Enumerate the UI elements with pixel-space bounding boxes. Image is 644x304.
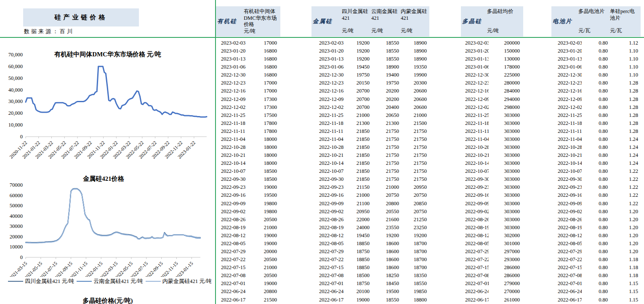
cell-value[interactable]: 20500 bbox=[258, 272, 280, 280]
cell-value[interactable]: 18700 bbox=[402, 256, 429, 264]
cell-value[interactable]: 19450 bbox=[345, 232, 372, 240]
cell-value[interactable]: 18550 bbox=[372, 39, 402, 47]
cell-value[interactable]: 18000 bbox=[258, 143, 280, 151]
metal421-price-chart[interactable]: 0100002000030000400005000060000700002021… bbox=[3, 168, 213, 294]
cell-value[interactable]: 17800 bbox=[258, 119, 280, 127]
cell-value[interactable]: 21500 bbox=[258, 296, 280, 304]
cell-date[interactable]: 2022-12-30 bbox=[461, 71, 489, 79]
cell-value[interactable]: 1.20 bbox=[610, 232, 641, 240]
cell-value[interactable]: 1.24 bbox=[610, 143, 641, 151]
cell-date[interactable]: 2023-01-20 bbox=[461, 47, 489, 55]
cell-value[interactable]: 0.80 bbox=[582, 216, 610, 224]
cell-date[interactable]: 2022-11-04 bbox=[216, 135, 258, 143]
cell-date[interactable]: 2022-12-30 bbox=[216, 71, 258, 79]
cell-value[interactable]: 1.18 bbox=[610, 272, 641, 280]
cell-date[interactable]: 2022-06-17 bbox=[461, 296, 489, 304]
cell-date[interactable]: 2023-01-13 bbox=[461, 55, 489, 63]
cell-value[interactable]: 21850 bbox=[345, 135, 372, 143]
cell-date[interactable]: 2022-12-09 bbox=[551, 95, 582, 103]
cell-value[interactable]: 303000 bbox=[489, 224, 523, 232]
cell-date[interactable]: 2022-06-24 bbox=[216, 288, 258, 296]
cell-value[interactable]: 18000 bbox=[258, 151, 280, 159]
cell-value[interactable]: 1.18 bbox=[610, 256, 641, 264]
cell-value[interactable]: 18250 bbox=[372, 272, 402, 280]
cell-value[interactable]: 20300 bbox=[402, 79, 429, 87]
cell-date[interactable]: 2022-11-04 bbox=[461, 135, 489, 143]
cell-value[interactable]: 1.10 bbox=[610, 63, 641, 71]
cell-value[interactable]: 20650 bbox=[372, 111, 402, 119]
cell-date[interactable]: 2022-11-04 bbox=[311, 135, 345, 143]
cell-value[interactable]: 0.80 bbox=[582, 63, 610, 71]
cell-value[interactable]: 18000 bbox=[258, 135, 280, 143]
cell-value[interactable]: 1.12 bbox=[610, 39, 641, 47]
cell-date[interactable]: 2022-11-11 bbox=[216, 127, 258, 135]
cell-value[interactable]: 0.80 bbox=[582, 248, 610, 256]
cell-value[interactable]: 19000 bbox=[345, 296, 372, 304]
cell-value[interactable]: 130000 bbox=[489, 55, 523, 63]
cell-value[interactable]: 22000 bbox=[345, 216, 372, 224]
cell-value[interactable]: 286000 bbox=[489, 272, 523, 280]
cell-value[interactable]: 21750 bbox=[372, 135, 402, 143]
cell-value[interactable]: 18500 bbox=[345, 272, 372, 280]
cell-value[interactable]: 1.22 bbox=[610, 200, 641, 208]
cell-value[interactable]: 20400 bbox=[372, 103, 402, 111]
cell-date[interactable]: 2022-09-09 bbox=[461, 200, 489, 208]
cell-value[interactable]: 19500 bbox=[372, 288, 402, 296]
cell-value[interactable]: 0.80 bbox=[582, 119, 610, 127]
cell-value[interactable]: 18900 bbox=[372, 63, 402, 71]
cell-value[interactable]: 293000 bbox=[489, 256, 523, 264]
cell-value[interactable]: 1.10 bbox=[610, 71, 641, 79]
cell-value[interactable]: 16800 bbox=[258, 63, 280, 71]
cell-date[interactable]: 2022-11-04 bbox=[551, 135, 582, 143]
cell-value[interactable]: 21250 bbox=[402, 216, 429, 224]
cell-date[interactable]: 2022-10-07 bbox=[551, 167, 582, 175]
cell-date[interactable]: 2022-07-01 bbox=[551, 280, 582, 288]
cell-value[interactable]: 18750 bbox=[345, 280, 372, 288]
cell-date[interactable]: 2022-09-30 bbox=[461, 175, 489, 183]
cell-value[interactable]: 18550 bbox=[402, 280, 429, 288]
cell-date[interactable]: 2022-09-23 bbox=[311, 183, 345, 191]
cell-value[interactable]: 284000 bbox=[489, 87, 523, 95]
cell-date[interactable]: 2022-08-26 bbox=[461, 216, 489, 224]
cell-value[interactable]: 303000 bbox=[489, 135, 523, 143]
cell-date[interactable]: 2022-11-25 bbox=[551, 111, 582, 119]
cell-value[interactable]: 0.80 bbox=[582, 240, 610, 248]
cell-date[interactable]: 2022-10-07 bbox=[311, 167, 345, 175]
cell-date[interactable]: 2022-12-16 bbox=[311, 87, 345, 95]
cell-date[interactable]: 2022-11-18 bbox=[461, 119, 489, 127]
cell-date[interactable]: 2022-07-15 bbox=[551, 264, 582, 272]
cell-date[interactable]: 2022-07-08 bbox=[311, 272, 345, 280]
cell-date[interactable]: 2022-07-29 bbox=[551, 248, 582, 256]
cell-date[interactable]: 2022-08-19 bbox=[551, 224, 582, 232]
cell-value[interactable]: 20600 bbox=[402, 87, 429, 95]
cell-value[interactable]: 20750 bbox=[402, 208, 429, 216]
cell-date[interactable]: 2022-12-09 bbox=[311, 95, 345, 103]
cell-date[interactable]: 2022-07-15 bbox=[311, 264, 345, 272]
cell-value[interactable]: 21750 bbox=[402, 135, 429, 143]
cell-value[interactable]: 17300 bbox=[258, 95, 280, 103]
cell-value[interactable]: 20600 bbox=[402, 95, 429, 103]
cell-value[interactable]: 21750 bbox=[402, 151, 429, 159]
cell-value[interactable]: 21100 bbox=[345, 200, 372, 208]
cell-value[interactable]: 1.10 bbox=[610, 47, 641, 55]
cell-value[interactable]: 20950 bbox=[402, 183, 429, 191]
cell-value[interactable]: 21750 bbox=[402, 127, 429, 135]
cell-value[interactable]: 0.80 bbox=[582, 103, 610, 111]
cell-value[interactable]: 17000 bbox=[258, 87, 280, 95]
cell-date[interactable]: 2023-02-03 bbox=[551, 39, 582, 47]
cell-value[interactable]: 18750 bbox=[345, 248, 372, 256]
cell-value[interactable]: 18800 bbox=[402, 296, 429, 304]
cell-date[interactable]: 2022-07-01 bbox=[311, 280, 345, 288]
cell-date[interactable]: 2022-07-22 bbox=[311, 256, 345, 264]
cell-value[interactable]: 19000 bbox=[258, 232, 280, 240]
cell-value[interactable]: 18900 bbox=[402, 39, 429, 47]
cell-value[interactable]: 0.80 bbox=[582, 280, 610, 288]
cell-date[interactable]: 2022-09-30 bbox=[311, 175, 345, 183]
cell-date[interactable]: 2022-10-07 bbox=[461, 167, 489, 175]
cell-value[interactable]: 21850 bbox=[345, 167, 372, 175]
cell-date[interactable]: 2022-07-15 bbox=[461, 264, 489, 272]
cell-value[interactable]: 19800 bbox=[258, 200, 280, 208]
cell-date[interactable]: 2022-08-05 bbox=[461, 240, 489, 248]
cell-value[interactable]: 19200 bbox=[402, 232, 429, 240]
cell-value[interactable]: 21850 bbox=[345, 127, 372, 135]
